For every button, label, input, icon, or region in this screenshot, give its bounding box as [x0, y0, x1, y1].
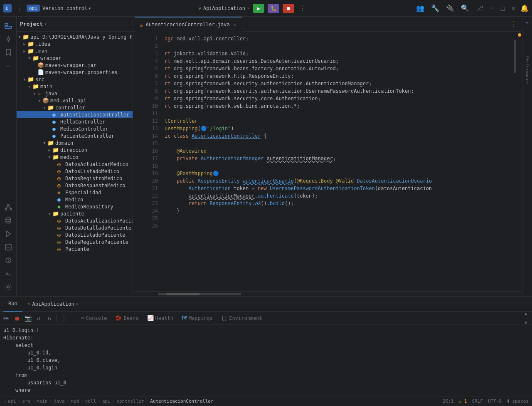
users-icon[interactable]: 👥	[414, 3, 426, 13]
right-panel-icon-1[interactable]: ↔	[523, 18, 532, 27]
sidebar-icon-run[interactable]	[2, 228, 14, 240]
sidebar-icon-build[interactable]	[2, 241, 14, 253]
notification-icon[interactable]: 🔔	[520, 4, 529, 12]
tree-item[interactable]: ●AutenticacionController	[17, 111, 133, 118]
tree-item[interactable]: ▶📁direccion	[17, 146, 133, 153]
bottom-panel: Run ⚡ ApiApplication ✕ ▶▶ ■ 📷 ↺ ↻ ⋮ ⌨ Co…	[0, 296, 532, 396]
maximize-icon[interactable]: □	[499, 3, 507, 13]
tab-environment[interactable]: {} Environment	[217, 312, 266, 324]
scrollbar-thumb[interactable]	[514, 40, 516, 73]
tree-item[interactable]: ▼📁wrapper	[17, 54, 133, 62]
tab-autenticacion-controller[interactable]: ☕ AutenticacionController.java ✕	[135, 17, 242, 32]
sidebar-icon-settings[interactable]	[2, 281, 14, 293]
tree-item[interactable]: ▼📁paciente	[17, 210, 133, 217]
tree-item[interactable]: ◎DatosListadoMedico	[17, 168, 133, 175]
tools-icon[interactable]: 🔧	[429, 3, 441, 13]
sidebar-icon-terminal[interactable]	[2, 268, 14, 280]
stop-run-btn[interactable]: ■	[12, 314, 22, 323]
warnings-icon[interactable]: ⚠ 1	[459, 399, 467, 404]
tree-item[interactable]: ▶📁.mvn	[17, 47, 133, 54]
restart-btn[interactable]: ▶▶	[2, 314, 11, 323]
tree-item[interactable]: 📄maven-wrapper.properties	[17, 69, 133, 76]
forward-btn[interactable]: ↻	[45, 314, 54, 323]
tree-item[interactable]: ▼📁api D:\JORGE\ALURA\Java y Spring Frame…	[17, 33, 133, 40]
tab-console[interactable]: ⌨ Console	[77, 312, 111, 324]
tree-item[interactable]: ◎DatosActualizacionPaciente	[17, 217, 133, 224]
tree-item-label: DatosListadoMedico	[65, 168, 119, 174]
tab-mappings[interactable]: 🗺 Mappings	[177, 312, 217, 324]
sidebar-icon-dots[interactable]: ⋯	[2, 60, 14, 72]
tree-item[interactable]: ▶📁.idea	[17, 40, 133, 47]
run-more-options[interactable]: ⋮	[298, 2, 308, 14]
scroll-up-btn[interactable]: ▲	[521, 309, 530, 318]
run-button[interactable]: ▶	[253, 4, 264, 13]
panel-dropdown-icon[interactable]: ▾	[44, 22, 47, 26]
right-panel-icon-perf[interactable]: Performance	[523, 53, 532, 87]
horizontal-scrollbar[interactable]	[133, 291, 522, 296]
project-label[interactable]: api	[27, 5, 40, 12]
tree-item[interactable]: ▼📁main	[17, 83, 133, 90]
tree-item[interactable]: ◎DatosListadoPaciente	[17, 231, 133, 238]
code-editor[interactable]: 1234567891011121314151617181920212223242…	[133, 32, 522, 291]
sidebar-icon-bookmarks[interactable]	[2, 47, 14, 58]
indent[interactable]: 4 spaces	[507, 399, 529, 404]
tree-item[interactable]: ◆MedicoRepository	[17, 203, 133, 210]
tree-item[interactable]: ◎DatosRespuestaMedico	[17, 182, 133, 189]
tree-item[interactable]: ▼☕java	[17, 90, 133, 97]
tab-close-btn[interactable]: ✕	[232, 22, 237, 27]
tree-item[interactable]: ▼📁domain	[17, 139, 133, 146]
vertical-scrollbar[interactable]	[513, 32, 517, 291]
tree-file-icon: ◎	[57, 232, 64, 238]
minimize-icon[interactable]: ─	[488, 3, 496, 13]
tree-item[interactable]: ◎DatosRegistroMedico	[17, 175, 133, 182]
tab-menu-btn[interactable]: ⋮	[510, 20, 517, 28]
tree-item[interactable]: ▼📁src	[17, 76, 133, 83]
tree-item[interactable]: ●HelloController	[17, 118, 133, 125]
stop-button[interactable]: ■	[283, 4, 294, 13]
tree-item[interactable]: ▼📁medico	[17, 153, 133, 161]
more-btn[interactable]: ⋮	[59, 314, 69, 323]
tree-item[interactable]: ◎DatosDetalladoPaciente	[17, 224, 133, 231]
tree-item[interactable]: ◎DatosActualizarMedico	[17, 161, 133, 168]
tree-item[interactable]: ▼📦med.voll.api	[17, 97, 133, 104]
tab-beans[interactable]: 🫘 Beans	[111, 312, 143, 324]
menu-dots[interactable]: ⋮	[14, 2, 24, 14]
tree-item[interactable]: ●PacienteController	[17, 132, 133, 139]
tab-health[interactable]: 📈 Health	[143, 312, 177, 324]
reload-btn[interactable]: ↺	[34, 314, 43, 323]
screenshot-btn[interactable]: 📷	[23, 314, 32, 323]
tree-item-label: DatosRegistroPaciente	[65, 239, 128, 245]
run-config-dropdown[interactable]: ▾	[247, 6, 249, 10]
code-content[interactable]: age med.voll.api.controller;rt jakarta.v…	[161, 32, 513, 291]
tree-item[interactable]: ●MedicoController	[17, 125, 133, 132]
panel-title: Project	[20, 21, 43, 27]
tree-item[interactable]: ◎Paciente	[17, 245, 133, 253]
sidebar-icon-debug[interactable]	[2, 255, 14, 266]
sidebar-icon-structure[interactable]	[2, 201, 14, 213]
tree-item[interactable]: 📦maven-wrapper.jar	[17, 62, 133, 69]
sidebar-icon-project[interactable]	[2, 20, 14, 32]
git-icon[interactable]: ⎇	[474, 3, 485, 13]
tree-item[interactable]: ◎DatosRegistroPaciente	[17, 238, 133, 245]
encoding[interactable]: UTF-8	[488, 399, 502, 404]
search-icon[interactable]: 🔍	[459, 3, 471, 13]
close-icon[interactable]: ✕	[510, 3, 517, 13]
project-tree[interactable]: ▼📁api D:\JORGE\ALURA\Java y Spring Frame…	[17, 32, 133, 296]
app-tab-close[interactable]: ✕	[76, 301, 79, 307]
line-ending[interactable]: CRLF	[472, 399, 483, 404]
console-output[interactable]: u1_0.login=!Hibernate: select u1_0.id, u…	[0, 325, 532, 396]
sidebar-icon-database[interactable]	[2, 215, 14, 226]
tree-item[interactable]: ▼📁controller	[17, 104, 133, 111]
sidebar-icon-commits[interactable]	[2, 33, 14, 45]
cursor-position[interactable]: 26:1	[443, 399, 454, 404]
panel-header: Project ▾	[17, 17, 133, 32]
tree-item[interactable]: ●Medico	[17, 196, 133, 203]
plugins-icon[interactable]: 🔌	[444, 3, 456, 13]
svg-point-9	[10, 208, 12, 210]
debug-button[interactable]: 🐛	[268, 4, 279, 13]
app-tab[interactable]: ⚡ ApiApplication ✕	[22, 297, 84, 312]
run-tab[interactable]: Run	[3, 297, 22, 312]
version-control-btn[interactable]: Version control ▾	[42, 5, 91, 11]
tree-item[interactable]: ◈Especialidad	[17, 189, 133, 196]
tree-file-icon: ◈	[57, 189, 64, 196]
